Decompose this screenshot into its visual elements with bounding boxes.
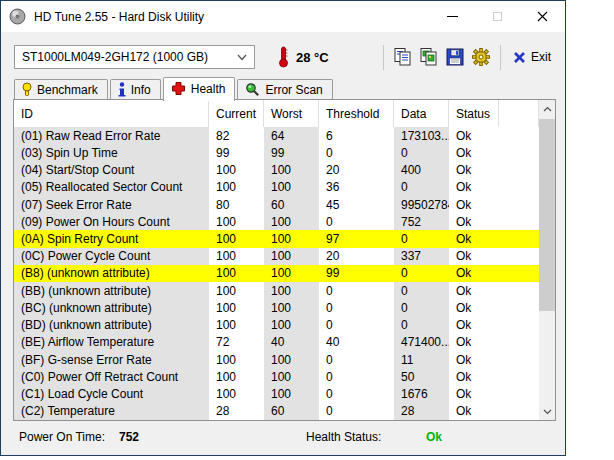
cell-status: Ok	[449, 144, 499, 161]
chevron-down-icon	[543, 409, 552, 415]
cell-current: 80	[209, 196, 264, 213]
table-row[interactable]: (BD) (unknown attribute)10010000Ok	[14, 317, 539, 334]
health-icon	[171, 81, 186, 96]
cell-status: Ok	[449, 265, 499, 282]
cell-threshold: 6	[319, 127, 394, 144]
cell-id: (BB) (unknown attribute)	[14, 282, 209, 299]
cell-filler	[499, 334, 539, 351]
save-button[interactable]	[442, 44, 468, 70]
cell-data: 0	[394, 299, 449, 316]
smart-attributes-table: ID Current Worst Threshold Data Status (…	[13, 99, 556, 421]
cell-data: 337	[394, 248, 449, 265]
column-header-threshold[interactable]: Threshold	[319, 100, 394, 127]
tab-info[interactable]: Info	[110, 79, 161, 100]
drive-select[interactable]: ST1000LM049-2GH172 (1000 GB)	[14, 45, 255, 69]
table-row[interactable]: (BF) G-sense Error Rate100100011Ok	[14, 351, 539, 368]
cell-worst: 40	[264, 334, 319, 351]
cell-data: 752	[394, 213, 449, 230]
chevron-down-icon	[237, 54, 247, 61]
tab-health[interactable]: Health	[163, 77, 236, 101]
cell-worst: 100	[264, 368, 319, 385]
column-header-id[interactable]: ID	[14, 100, 209, 127]
table-row[interactable]: (B8) (unknown attribute)100100990Ok	[14, 265, 539, 282]
cell-filler	[499, 213, 539, 230]
column-header-data[interactable]: Data	[394, 100, 449, 127]
cell-worst: 100	[264, 179, 319, 196]
cell-filler	[499, 403, 539, 420]
exit-button[interactable]: Exit	[507, 44, 557, 70]
column-header-status[interactable]: Status	[449, 100, 499, 127]
close-button[interactable]	[520, 1, 565, 32]
cell-current: 28	[209, 403, 264, 420]
vertical-scrollbar[interactable]	[539, 100, 555, 420]
cell-filler	[499, 299, 539, 316]
app-window: HD Tune 2.55 - Hard Disk Utility ST1000L…	[0, 0, 566, 456]
table-row[interactable]: (C0) Power Off Retract Count100100050Ok	[14, 368, 539, 385]
cell-worst: 60	[264, 403, 319, 420]
cell-id: (0A) Spin Retry Count	[14, 230, 209, 247]
table-row[interactable]: (04) Start/Stop Count10010020400Ok	[14, 161, 539, 178]
tab-error-scan-label: Error Scan	[265, 83, 322, 97]
tab-error-scan[interactable]: Error Scan	[237, 79, 332, 100]
maximize-button[interactable]	[475, 1, 520, 32]
cell-worst: 64	[264, 127, 319, 144]
cell-current: 72	[209, 334, 264, 351]
copy-text-button[interactable]	[390, 44, 416, 70]
scroll-down-button[interactable]	[539, 403, 555, 420]
table-row[interactable]: (05) Reallocated Sector Count100100360Ok	[14, 179, 539, 196]
close-icon	[537, 11, 548, 22]
temperature-value: 28 °C	[296, 50, 329, 65]
cell-status: Ok	[449, 368, 499, 385]
table-row[interactable]: (BC) (unknown attribute)10010000Ok	[14, 299, 539, 316]
options-button[interactable]	[468, 44, 494, 70]
table-row[interactable]: (BB) (unknown attribute)10010000Ok	[14, 282, 539, 299]
column-header-current[interactable]: Current	[209, 100, 264, 127]
cell-worst: 100	[264, 248, 319, 265]
cell-current: 100	[209, 179, 264, 196]
tab-benchmark[interactable]: Benchmark	[14, 79, 108, 100]
error-scan-icon	[245, 82, 260, 97]
table-row[interactable]: (07) Seek Error Rate80604599502784Ok	[14, 196, 539, 213]
cell-current: 100	[209, 161, 264, 178]
table-row[interactable]: (09) Power On Hours Count1001000752Ok	[14, 213, 539, 230]
table-row[interactable]: (03) Spin Up Time999900Ok	[14, 144, 539, 161]
cell-threshold: 0	[319, 299, 394, 316]
table-row[interactable]: (BE) Airflow Temperature724040471400...O…	[14, 334, 539, 351]
scrollbar-thumb[interactable]	[539, 119, 555, 311]
cell-worst: 100	[264, 230, 319, 247]
info-icon	[118, 82, 126, 97]
table-row[interactable]: (0A) Spin Retry Count100100970Ok	[14, 230, 539, 247]
cell-current: 100	[209, 265, 264, 282]
cell-data: 0	[394, 230, 449, 247]
scroll-up-button[interactable]	[539, 100, 555, 117]
cell-threshold: 0	[319, 282, 394, 299]
cell-id: (C2) Temperature	[14, 403, 209, 420]
tab-benchmark-label: Benchmark	[37, 83, 98, 97]
column-header-worst[interactable]: Worst	[264, 100, 319, 127]
cell-data: 0	[394, 179, 449, 196]
cell-status: Ok	[449, 386, 499, 403]
cell-current: 82	[209, 127, 264, 144]
cell-status: Ok	[449, 230, 499, 247]
cell-filler	[499, 368, 539, 385]
window-title: HD Tune 2.55 - Hard Disk Utility	[34, 10, 204, 24]
cell-threshold: 36	[319, 179, 394, 196]
cell-current: 100	[209, 317, 264, 334]
minimize-button[interactable]	[430, 1, 475, 32]
table-row[interactable]: (0C) Power Cycle Count10010020337Ok	[14, 248, 539, 265]
cell-id: (B8) (unknown attribute)	[14, 265, 209, 282]
cell-worst: 100	[264, 299, 319, 316]
cell-data: 50	[394, 368, 449, 385]
cell-id: (BD) (unknown attribute)	[14, 317, 209, 334]
table-row[interactable]: (01) Raw Read Error Rate82646173103...Ok	[14, 127, 539, 144]
cell-worst: 60	[264, 196, 319, 213]
copy-image-button[interactable]	[416, 44, 442, 70]
table-row[interactable]: (C2) Temperature2860028Ok	[14, 403, 539, 420]
copy-text-icon	[393, 47, 413, 67]
cell-status: Ok	[449, 248, 499, 265]
cell-current: 100	[209, 248, 264, 265]
table-body: (01) Raw Read Error Rate82646173103...Ok…	[14, 127, 539, 420]
cell-id: (05) Reallocated Sector Count	[14, 179, 209, 196]
table-row[interactable]: (C1) Load Cycle Count10010001676Ok	[14, 386, 539, 403]
cell-status: Ok	[449, 403, 499, 420]
